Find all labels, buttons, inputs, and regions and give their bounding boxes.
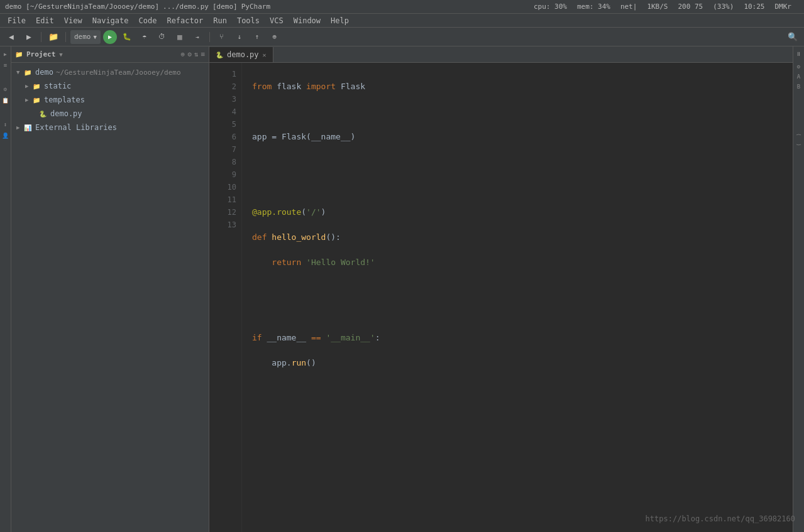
profile-btn[interactable]: ⏱ (155, 30, 170, 44)
tree-arrow-static: ▶ (25, 83, 31, 89)
tree-item-static[interactable]: ▶ 📁 static (11, 79, 209, 93)
line-numbers: 1 2 3 4 5 6 7 8 9 10 11 12 13 (209, 63, 242, 532)
tree-item-demo-py[interactable]: ▶ 🐍 demo.py (11, 107, 209, 121)
menu-vcs[interactable]: VCS (265, 15, 289, 26)
code-line-8: return 'Hello World!' (252, 256, 793, 269)
menu-tools[interactable]: Tools (232, 15, 265, 26)
title-file: .../demo.py (163, 3, 209, 11)
left-icon-2[interactable]: ≡ (1, 60, 11, 70)
project-sync-btn[interactable]: ⊕ (181, 50, 185, 58)
right-icon-settings[interactable]: ⚙ (794, 62, 804, 72)
project-panel-header: 📁 Project ▼ ⊕ ⚙ ⇅ ≡ (11, 46, 209, 63)
code-line-10 (252, 307, 793, 319)
folder-static-icon: 📁 (31, 81, 41, 91)
tree-item-external-libs[interactable]: ▶ 📊 External Libraries (11, 121, 209, 134)
right-icon-pause[interactable]: ⏸ (794, 49, 804, 59)
toolbar-sep-2 (65, 32, 66, 42)
title-tool: PyCharm (241, 3, 270, 11)
left-icon-1[interactable]: ▶ (1, 49, 11, 59)
menu-code[interactable]: Code (134, 15, 162, 26)
line-num-5: 5 (209, 118, 236, 131)
line-num-11: 11 (209, 193, 236, 206)
folder-templates-icon: 📁 (31, 95, 41, 105)
title-time: 10:25 (744, 3, 764, 11)
tree-item-templates[interactable]: ▶ 📁 templates (11, 93, 209, 107)
toolbar-forward-btn[interactable]: ▶ (21, 30, 36, 44)
right-icon-c[interactable]: ⟨ (794, 129, 804, 139)
run-btn[interactable]: ▶ (103, 30, 117, 44)
step-btn[interactable]: ⇥ (190, 30, 205, 44)
main-content: ▶ ≡ ⚙ 📋 ↕ 👤 📁 Project ▼ ⊕ ⚙ ⇅ ≡ ▼ 📁 demo (0, 46, 804, 532)
title-user: DMKr (775, 3, 792, 11)
tree-arrow-templates: ▶ (25, 97, 31, 103)
left-icon-5[interactable]: ↕ (1, 119, 11, 129)
vcs-btn[interactable]: ⑂ (214, 30, 229, 44)
left-icon-6[interactable]: 👤 (1, 131, 11, 141)
project-panel-dropdown[interactable]: ▼ (59, 52, 62, 58)
right-sidebar-icons: ⏸ ⚙ Α B ⟨ ⟩ (793, 46, 804, 532)
stop-btn[interactable]: ■ (172, 30, 187, 44)
menu-navigate[interactable]: Navigate (87, 15, 134, 26)
toolbar-folder-btn[interactable]: 📁 (46, 30, 61, 44)
vcs-push-btn[interactable]: ↑ (250, 30, 265, 44)
title-nums: 200 75 (678, 3, 703, 11)
folder-icon: 📁 (15, 51, 23, 58)
right-icon-a[interactable]: Α (794, 72, 804, 82)
history-btn[interactable]: ⊕ (267, 30, 282, 44)
right-icon-d[interactable]: ⟩ (794, 139, 804, 149)
code-content[interactable]: from flask import Flask app = Flask(__na… (242, 63, 793, 532)
tab-close-btn[interactable]: ✕ (263, 52, 267, 58)
menu-file[interactable]: File (3, 15, 31, 26)
left-icon-4[interactable]: 📋 (1, 95, 11, 106)
tab-bar: 🐍 demo.py ✕ (209, 46, 793, 63)
line-num-6: 6 (209, 131, 236, 143)
code-line-2 (252, 106, 793, 118)
run-config-dropdown-icon: ▼ (94, 34, 97, 40)
line-num-13: 13 (209, 219, 236, 231)
coverage-btn[interactable]: ☂ (137, 30, 152, 44)
project-panel-actions: ⊕ ⚙ ⇅ ≡ (181, 50, 206, 58)
right-icon-b[interactable]: B (794, 82, 804, 92)
tree-sublabel-demo: ~/GestureNinjaTeam/Joooey/demo (56, 68, 181, 77)
menu-window[interactable]: Window (289, 15, 326, 26)
menu-refactor[interactable]: Refactor (162, 15, 208, 26)
debug-btn[interactable]: 🐛 (119, 30, 135, 44)
python-file-icon: 🐍 (38, 109, 48, 119)
line-num-1: 1 (209, 68, 236, 80)
menu-help[interactable]: Help (326, 15, 354, 26)
project-panel: 📁 Project ▼ ⊕ ⚙ ⇅ ≡ ▼ 📁 demo ~/GestureNi… (11, 46, 209, 532)
tree-label-ext-libs: External Libraries (35, 123, 117, 132)
tab-demo-py[interactable]: 🐍 demo.py ✕ (209, 47, 273, 62)
tree-label-demo-py: demo.py (50, 109, 82, 118)
code-line-12: app.run() (252, 357, 793, 369)
vcs-update-btn[interactable]: ↓ (232, 30, 247, 44)
menu-edit[interactable]: Edit (31, 15, 59, 26)
toolbar-back-btn[interactable]: ◀ (4, 30, 19, 44)
code-line-1: from flask import Flask (252, 80, 793, 93)
project-gear-btn[interactable]: ≡ (201, 50, 205, 58)
tree-arrow-ext-libs: ▶ (16, 124, 23, 131)
folder-demo-icon: 📁 (23, 67, 33, 77)
code-line-3: app = Flask(__name__) (252, 131, 793, 143)
line-num-8: 8 (209, 156, 236, 168)
line-num-12: 12 (209, 206, 236, 219)
search-everywhere-btn[interactable]: 🔍 (785, 30, 800, 44)
tab-name: demo.py (227, 50, 259, 59)
tab-py-icon: 🐍 (216, 52, 223, 58)
menu-run[interactable]: Run (208, 15, 232, 26)
tree-label-demo: demo (35, 68, 53, 77)
ext-libs-icon: 📊 (23, 122, 33, 133)
project-settings-btn[interactable]: ⚙ (187, 50, 192, 58)
left-icon-3[interactable]: ⚙ (1, 84, 11, 94)
left-sidebar-icons: ▶ ≡ ⚙ 📋 ↕ 👤 (0, 46, 11, 532)
code-editor[interactable]: 1 2 3 4 5 6 7 8 9 10 11 12 13 from flask… (209, 63, 793, 532)
menu-view[interactable]: View (59, 15, 87, 26)
project-expand-btn[interactable]: ⇅ (194, 50, 199, 58)
editor-area: 🐍 demo.py ✕ 1 2 3 4 5 6 7 8 9 10 11 12 1… (209, 46, 793, 532)
run-config-name: demo (74, 33, 91, 41)
tree-item-demo[interactable]: ▼ 📁 demo ~/GestureNinjaTeam/Joooey/demo (11, 65, 209, 79)
code-line-5 (252, 181, 793, 193)
run-config-selector[interactable]: demo ▼ (70, 30, 101, 44)
project-panel-title: Project (26, 50, 55, 58)
title-bar: demo [~/GestureNinjaTeam/Joooey/demo] ..… (0, 0, 804, 14)
